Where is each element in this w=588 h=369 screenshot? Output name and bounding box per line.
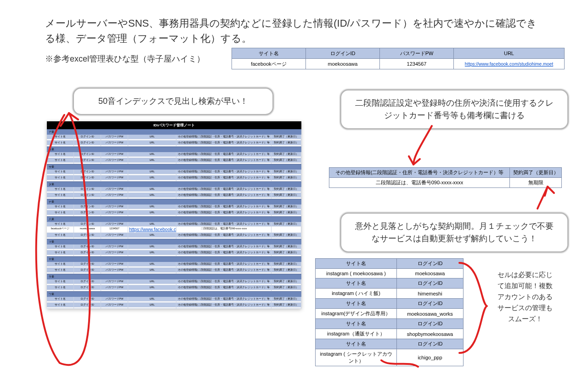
td-site: instagram（通販サイト）	[316, 329, 397, 339]
td-site: instagram ( ハイミ飯)	[316, 289, 397, 299]
td-site: instagram(デザイン作品専用）	[316, 309, 397, 319]
accounts-table: サイト名ログインIDinstagram ( moekoosawa )moekoo…	[315, 258, 464, 366]
td-login: moekoosawa_works	[397, 309, 464, 319]
template-sheet: ID/パスワード管理ノート ア業サイト名ログインIDパスワードPWURLその他登…	[47, 121, 301, 309]
th-login: ログインID	[397, 299, 464, 309]
th-site: サイト名	[232, 48, 306, 59]
group-header: ワ業	[47, 291, 301, 297]
th-site: サイト名	[316, 319, 397, 329]
callout-contract: 意外と見落としがちな契約期間。月１チェックで不要なサービスは自動更新せず解約して…	[340, 212, 569, 253]
td-url: https://www.facebook.com/studiohime.moet	[454, 59, 565, 69]
td-login: himemeshi	[397, 289, 464, 299]
th-login: ログインID	[306, 48, 380, 59]
td-expiry: 無期限	[510, 178, 562, 188]
page-heading: メールサーバーやSNS、事務用器具の契約などに登録した情報(ID/パスワード）を…	[45, 16, 546, 46]
th-pw: パスワードPW	[380, 48, 454, 59]
callout-notes: 二段階認証設定や登録時の住所や決済に使用するクレジットカード番号等も備考欄に書け…	[340, 89, 569, 130]
group-header: カ業	[47, 147, 301, 152]
td-pw: 1234567	[380, 59, 454, 69]
side-note: セルは必要に応じて追加可能！複数アカウントのあるサービスの管理もスムーズ！	[495, 269, 555, 324]
td-login: moekoosawa	[397, 269, 464, 278]
group-header: ア業	[47, 129, 301, 135]
td-login: ichigo_ppp	[397, 349, 464, 366]
td-login: shopbymoekoosawa	[397, 329, 464, 339]
th-url: URL	[454, 48, 565, 59]
th-expiry: 契約満了（更新日）	[510, 168, 562, 178]
th-other: その他登録情報(二段階認証・住所・電話番号・決済クレジットカード）等	[329, 168, 510, 178]
td-other: 二段階認証は、電話番号090-xxxx-xxxx	[329, 178, 510, 188]
group-header: タ業	[47, 182, 301, 187]
th-site: サイト名	[316, 259, 397, 269]
td-site: instagram ( moekoosawa )	[316, 269, 397, 278]
group-header: ラ業	[47, 274, 301, 279]
th-site: サイト名	[316, 299, 397, 309]
sample-url-link[interactable]: https://www.facebook.com/studiohime.moet	[465, 62, 553, 67]
group-header: サ業	[47, 164, 301, 170]
th-login: ログインID	[397, 259, 464, 269]
sample-row-table: サイト名 ログインID パスワードPW URL facebookページ moek…	[232, 48, 565, 69]
th-login: ログインID	[397, 339, 464, 349]
group-header: ヤ業	[47, 256, 301, 262]
group-header: 八業	[47, 216, 301, 222]
group-header: ナ業	[47, 199, 301, 204]
th-site: サイト名	[316, 339, 397, 349]
group-header: マ業	[47, 239, 301, 244]
other-info-table: その他登録情報(二段階認証・住所・電話番号・決済クレジットカード）等 契約満了（…	[329, 167, 562, 188]
callout-index: 50音インデックスで見出し検索が早い！	[73, 87, 274, 115]
td-login: moekoosawa	[306, 59, 380, 69]
th-site: サイト名	[316, 278, 397, 289]
td-site: instagram ( シークレットアカウント）	[316, 349, 397, 366]
sheet-title: ID/パスワード管理ノート	[47, 121, 301, 129]
th-login: ログインID	[397, 319, 464, 329]
sub-note: ※参考excel管理表ひな型（寺子屋ハイミ）	[45, 53, 205, 64]
th-login: ログインID	[397, 278, 464, 289]
td-site: facebookページ	[232, 59, 306, 69]
